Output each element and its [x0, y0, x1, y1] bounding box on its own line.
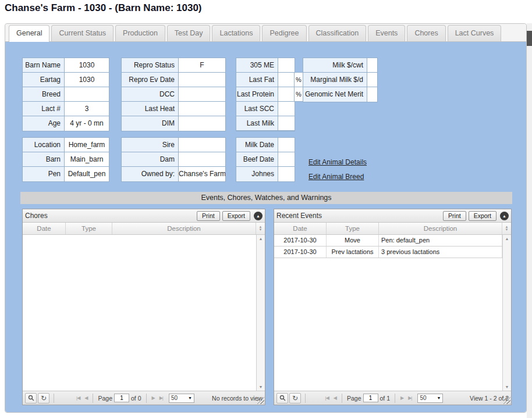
pedigree-table: Sire Dam Owned by:Chanse's Farm — [121, 137, 226, 182]
tab-test-day[interactable]: Test Day — [167, 25, 211, 41]
field-row: Milk Date — [236, 138, 295, 152]
column-header-date[interactable]: Date — [274, 223, 327, 234]
tab-classification[interactable]: Classification — [308, 25, 367, 41]
tab-general[interactable]: General — [9, 25, 49, 42]
scrollbar[interactable]: ▲ ▼ — [256, 235, 265, 391]
refresh-button[interactable]: ↻ — [289, 393, 301, 403]
tab-production[interactable]: Production — [115, 25, 165, 41]
page-input[interactable] — [114, 394, 129, 402]
scroll-down-icon[interactable]: ▼ — [505, 383, 509, 391]
pager-status: No records to view — [211, 395, 263, 402]
search-button[interactable] — [25, 393, 37, 403]
search-button[interactable] — [276, 393, 288, 403]
pager-separator — [93, 394, 93, 403]
pager-separator — [146, 394, 147, 403]
field-label: Milk Date — [236, 138, 278, 152]
field-value: Chanse's Farm — [179, 167, 225, 181]
field-label: Eartag — [23, 73, 65, 87]
pager-separator — [54, 394, 54, 403]
edit-animal-breed-link[interactable]: Edit Animal Breed — [308, 173, 364, 181]
table-row[interactable]: 2017-10-30 Prev lactations 3 previous la… — [274, 246, 502, 258]
column-header-date[interactable]: Date — [23, 223, 66, 234]
last-page-button[interactable]: ▶| — [406, 395, 414, 401]
field-row: Marginal Milk $/d — [303, 73, 377, 87]
print-button[interactable]: Print — [443, 211, 466, 221]
last-page-button[interactable]: ▶| — [157, 395, 165, 401]
resize-grip[interactable] — [257, 397, 264, 404]
first-page-button[interactable]: |◀ — [323, 395, 331, 401]
next-page-button[interactable]: ▶ — [398, 395, 406, 401]
table-row[interactable]: 2017-10-30 Move Pen: default_pen — [274, 235, 502, 246]
tab-current-status[interactable]: Current Status — [51, 25, 114, 41]
tab-pedigree[interactable]: Pedigree — [262, 25, 306, 41]
page-input[interactable] — [363, 394, 378, 402]
field-row: Breed — [23, 87, 109, 102]
field-value — [179, 73, 225, 87]
field-value — [65, 87, 109, 101]
field-row: Beef Date — [236, 152, 295, 167]
field-label: Milk $/cwt — [303, 58, 367, 72]
page-scrollbar[interactable] — [527, 23, 532, 418]
export-button[interactable]: Export — [469, 211, 496, 221]
field-value — [278, 152, 295, 166]
field-value — [179, 138, 225, 152]
page-size-select[interactable]: 50 ▼ — [417, 394, 443, 403]
scroll-up-icon[interactable]: ▲ — [259, 235, 263, 242]
collapse-button[interactable]: ▲ — [500, 212, 509, 220]
field-row: DCC — [122, 87, 225, 102]
field-row: 305 ME — [236, 58, 295, 73]
field-value: F — [179, 58, 225, 72]
tab-lactations[interactable]: Lactations — [212, 25, 260, 41]
first-page-button[interactable]: |◀ — [74, 395, 82, 401]
scroll-up-icon[interactable]: ▲ — [505, 235, 509, 242]
next-page-button[interactable]: ▶ — [150, 395, 157, 401]
tab-chores[interactable]: Chores — [407, 25, 445, 41]
page-size-select[interactable]: 50 ▼ — [169, 394, 194, 403]
percent-suffix: % — [294, 87, 303, 102]
cell-type: Move — [327, 235, 379, 246]
field-value — [179, 87, 225, 101]
panel-title: Recent Events — [276, 212, 441, 220]
events-column-headers: Date Type Description ▲▼ — [274, 223, 511, 235]
field-row: LocationHome_farm — [23, 138, 109, 152]
field-label: Dam — [122, 152, 179, 166]
column-header-type[interactable]: Type — [327, 223, 379, 234]
resize-grip[interactable] — [503, 397, 510, 404]
field-label: Genomic Net Merit — [303, 87, 367, 102]
identity-table: Barn Name1030 Eartag1030 Breed Lact #3 A… — [22, 58, 109, 131]
scrollbar-thumb[interactable] — [527, 31, 532, 46]
column-header-type[interactable]: Type — [66, 223, 112, 234]
field-row: Last SCC — [236, 102, 295, 116]
scroll-down-icon[interactable]: ▼ — [259, 383, 263, 391]
cell-date: 2017-10-30 — [274, 246, 327, 258]
collapse-button[interactable]: ▲ — [254, 212, 263, 220]
field-label: Johnes — [236, 167, 278, 181]
field-row: Sire — [122, 138, 225, 152]
tab-lact-curves[interactable]: Lact Curves — [448, 25, 502, 41]
field-row: Barn Name1030 — [23, 58, 109, 73]
print-button[interactable]: Print — [197, 211, 220, 221]
field-value — [278, 102, 295, 116]
export-button[interactable]: Export — [222, 211, 250, 221]
refresh-button[interactable]: ↻ — [38, 393, 49, 403]
field-value — [179, 116, 225, 131]
field-label: Last SCC — [236, 102, 278, 116]
column-header-description[interactable]: Description — [112, 223, 256, 234]
field-label: Lact # — [23, 102, 65, 116]
field-row: BarnMain_barn — [23, 152, 109, 167]
recent-events-panel: Recent Events Print Export ▲ Date Type D… — [274, 209, 512, 405]
scrollbar[interactable]: ▲ ▼ — [502, 235, 511, 391]
field-row: Last Milk — [236, 116, 295, 131]
edit-animal-details-link[interactable]: Edit Animal Details — [308, 158, 367, 166]
events-pager: ↻ |◀ ◀ Page of 1 ▶ ▶| 50 ▼ — [274, 391, 511, 405]
column-header-description[interactable]: Description — [379, 223, 502, 234]
field-value: 1030 — [65, 58, 109, 72]
field-label: Sire — [122, 138, 179, 152]
field-label: Last Fat — [236, 73, 278, 87]
chores-column-headers: Date Type Description ▲▼ — [23, 223, 265, 235]
field-value — [367, 58, 377, 72]
prev-page-button[interactable]: ◀ — [82, 395, 90, 401]
field-label: Last Heat — [122, 102, 179, 116]
tab-events[interactable]: Events — [368, 25, 405, 41]
prev-page-button[interactable]: ◀ — [331, 395, 339, 401]
